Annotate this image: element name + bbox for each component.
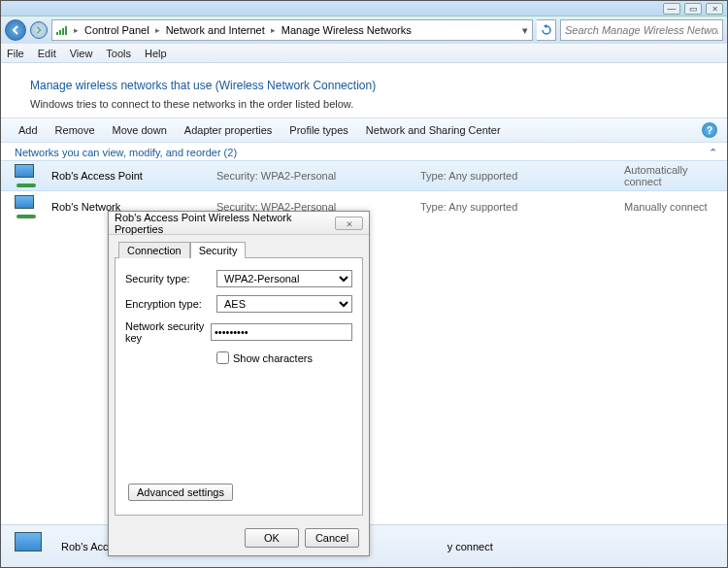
network-icon bbox=[15, 195, 42, 218]
network-icon bbox=[15, 532, 50, 561]
breadcrumb-item[interactable]: Control Panel bbox=[83, 24, 151, 36]
dialog-close-button[interactable]: ⨉ bbox=[335, 217, 363, 230]
show-characters-checkbox[interactable] bbox=[216, 351, 229, 364]
network-icon bbox=[15, 164, 42, 187]
page-title: Manage wireless networks that use (Wirel… bbox=[30, 79, 710, 92]
details-connect: y connect bbox=[447, 541, 493, 552]
chevron-right-icon: ▸ bbox=[155, 25, 160, 35]
page-header: Manage wireless networks that use (Wirel… bbox=[1, 63, 727, 117]
refresh-button[interactable] bbox=[537, 19, 556, 41]
advanced-settings-button[interactable]: Advanced settings bbox=[128, 484, 233, 501]
maximize-button[interactable]: ▭ bbox=[684, 3, 702, 15]
menu-file[interactable]: File bbox=[7, 48, 24, 59]
tab-security[interactable]: Security bbox=[190, 242, 247, 258]
chevron-right-icon: ▸ bbox=[74, 25, 79, 35]
svg-rect-0 bbox=[56, 32, 58, 35]
dialog-title-bar[interactable]: Rob's Access Point Wireless Network Prop… bbox=[109, 212, 369, 235]
collapse-icon[interactable]: ⌃ bbox=[709, 147, 717, 159]
toolbar-move-down[interactable]: Move down bbox=[113, 124, 167, 136]
tab-connection[interactable]: Connection bbox=[118, 242, 190, 258]
menu-help[interactable]: Help bbox=[145, 48, 167, 59]
breadcrumb-item[interactable]: Network and Internet bbox=[164, 24, 267, 36]
search-input[interactable] bbox=[560, 19, 723, 41]
breadcrumb[interactable]: ▸ Control Panel ▸ Network and Internet ▸… bbox=[51, 19, 533, 41]
menu-tools[interactable]: Tools bbox=[106, 48, 131, 59]
network-key-input[interactable] bbox=[211, 323, 352, 341]
network-name: Rob's Access Point bbox=[51, 170, 207, 182]
minimize-button[interactable]: — bbox=[663, 3, 680, 15]
properties-dialog: Rob's Access Point Wireless Network Prop… bbox=[108, 211, 370, 556]
svg-rect-2 bbox=[62, 28, 64, 35]
toolbar-network-sharing-center[interactable]: Network and Sharing Center bbox=[366, 124, 501, 136]
help-icon[interactable]: ? bbox=[702, 122, 717, 138]
security-type-select[interactable]: WPA2-Personal bbox=[216, 270, 352, 287]
window-title-bar: — ▭ ⨉ bbox=[1, 1, 727, 17]
back-button[interactable] bbox=[5, 19, 26, 41]
breadcrumb-item[interactable]: Manage Wireless Networks bbox=[280, 24, 414, 36]
toolbar-remove[interactable]: Remove bbox=[55, 124, 95, 136]
close-window-button[interactable]: ⨉ bbox=[706, 3, 723, 15]
svg-rect-3 bbox=[65, 26, 67, 35]
svg-rect-1 bbox=[59, 30, 61, 35]
show-characters-label: Show characters bbox=[233, 352, 313, 364]
menu-edit[interactable]: Edit bbox=[38, 48, 56, 59]
toolbar-profile-types[interactable]: Profile types bbox=[289, 124, 348, 136]
page-subtitle: Windows tries to connect to these networ… bbox=[30, 98, 710, 110]
address-bar: ▸ Control Panel ▸ Network and Internet ▸… bbox=[1, 17, 727, 44]
network-security: Security: WPA2-Personal bbox=[216, 170, 411, 182]
network-type: Type: Any supported bbox=[420, 201, 614, 213]
chevron-right-icon: ▸ bbox=[271, 25, 276, 35]
dialog-tabs: Connection Security bbox=[109, 235, 369, 257]
encryption-type-select[interactable]: AES bbox=[216, 295, 352, 313]
toolbar-add[interactable]: Add bbox=[18, 124, 38, 136]
group-header[interactable]: Networks you can view, modify, and reord… bbox=[1, 143, 727, 160]
toolbar-adapter-properties[interactable]: Adapter properties bbox=[184, 124, 273, 136]
breadcrumb-dropdown[interactable]: ▾ bbox=[522, 24, 528, 37]
cancel-button[interactable]: Cancel bbox=[305, 528, 359, 548]
signal-icon bbox=[56, 24, 70, 36]
dialog-title: Rob's Access Point Wireless Network Prop… bbox=[115, 212, 335, 235]
network-type: Type: Any supported bbox=[420, 170, 614, 182]
encryption-type-label: Encryption type: bbox=[125, 298, 211, 310]
network-connect-mode: Automatically connect bbox=[624, 164, 717, 187]
network-key-label: Network security key bbox=[125, 320, 205, 344]
command-toolbar: Add Remove Move down Adapter properties … bbox=[1, 117, 727, 143]
network-row[interactable]: Rob's Access Point Security: WPA2-Person… bbox=[1, 160, 727, 191]
menu-bar: File Edit View Tools Help bbox=[1, 44, 727, 63]
network-connect-mode: Manually connect bbox=[624, 201, 717, 213]
security-type-label: Security type: bbox=[125, 273, 211, 284]
dialog-tab-body: Security type: WPA2-Personal Encryption … bbox=[115, 257, 363, 516]
forward-button[interactable] bbox=[30, 21, 48, 39]
group-header-label: Networks you can view, modify, and reord… bbox=[15, 147, 237, 158]
menu-view[interactable]: View bbox=[70, 48, 93, 59]
ok-button[interactable]: OK bbox=[245, 528, 299, 548]
